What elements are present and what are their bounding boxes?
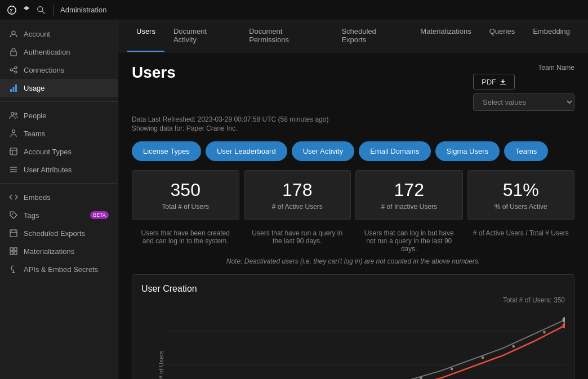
svg-point-50 (482, 356, 484, 359)
tab-navigation: Users Document Activity Document Permiss… (118, 20, 588, 52)
materializations-icon (9, 247, 18, 256)
download-icon (500, 79, 506, 86)
svg-rect-28 (10, 248, 13, 251)
chart-title: User Creation (141, 284, 565, 294)
svg-rect-35 (164, 309, 565, 379)
tab-queries[interactable]: Queries (480, 20, 524, 52)
chart-subtitle: Total # of Users: 350 (141, 296, 565, 304)
tab-document-activity[interactable]: Document Activity (164, 20, 240, 52)
svg-point-6 (10, 69, 12, 71)
chart-wrapper: # of Users 200 (141, 309, 565, 379)
svg-rect-13 (15, 84, 17, 92)
desc-active-users: Users that have run a query in the last … (244, 229, 351, 253)
pdf-button[interactable]: PDF (473, 74, 515, 90)
chart-container: # of Users 200 (164, 309, 565, 379)
sidebar-item-account[interactable]: Account (0, 25, 118, 43)
sidebar-item-account-label: Account (24, 30, 50, 38)
filter-btn-sigma-users[interactable]: Sigma Users (435, 141, 500, 161)
account-icon (9, 29, 18, 38)
api-icon (9, 265, 18, 274)
stat-inactive-users: 172 # of Inactive Users (355, 170, 463, 220)
topbar-logos: Σ (7, 5, 46, 15)
title-section: Users (132, 64, 176, 82)
content-header: Users Team Name PDF Select values (132, 64, 574, 111)
sidebar-item-apis-label: APIs & Embed Secrets (24, 265, 98, 274)
sidebar-item-connections-label: Connections (24, 66, 64, 74)
main-content: Users Document Activity Document Permiss… (118, 20, 588, 379)
lock-icon (9, 47, 18, 56)
filter-btn-teams[interactable]: Teams (504, 141, 548, 161)
sidebar-item-teams-label: Teams (24, 130, 45, 138)
people-icon (9, 111, 18, 120)
svg-point-8 (15, 71, 17, 73)
svg-rect-17 (10, 148, 17, 155)
stats-row: 350 Total # of Users 178 # of Active Use… (132, 170, 574, 220)
showing-data: Showing data for: Paper Crane Inc. (132, 124, 574, 132)
sidebar-item-user-attributes-label: User Attributes (24, 166, 72, 174)
sidebar-divider-2 (0, 183, 118, 184)
sidebar-item-tags[interactable]: Tags BETA (0, 206, 118, 224)
last-refreshed: Data Last Refreshed: 2023-03-29 00:07:58… (132, 115, 574, 123)
topbar: Σ Administration (0, 0, 588, 20)
teams-icon (9, 129, 18, 138)
topbar-divider (53, 5, 54, 16)
search-icon[interactable] (36, 5, 46, 15)
sidebar-item-embeds[interactable]: Embeds (0, 188, 118, 206)
sidebar-item-apis[interactable]: APIs & Embed Secrets (0, 260, 118, 278)
sidebar-item-authentication-label: Authentication (24, 48, 70, 56)
sidebar-item-materializations-label: Materializations (24, 247, 74, 256)
tags-icon (9, 211, 18, 220)
sidebar-item-scheduled-exports-label: Scheduled Exports (24, 229, 85, 238)
team-name-dropdown-wrapper: Select values (473, 93, 574, 111)
svg-rect-24 (10, 230, 17, 237)
pdf-label: PDF (482, 78, 496, 86)
chart-section: User Creation Total # of Users: 350 # of… (132, 274, 574, 379)
svg-point-15 (15, 113, 17, 115)
desc-row: Users that have been created and can log… (132, 229, 574, 253)
stat-users-active-pct: 51% % of Users Active (467, 170, 575, 220)
stat-total-users-label: Total # of Users (141, 203, 230, 211)
tab-materializations[interactable]: Materializations (411, 20, 480, 52)
svg-line-10 (12, 70, 15, 72)
stat-active-users: 178 # of Active Users (244, 170, 351, 220)
sidebar-item-usage[interactable]: Usage (0, 79, 118, 97)
sidebar-item-scheduled-exports[interactable]: Scheduled Exports (0, 224, 118, 242)
tab-document-permissions[interactable]: Document Permissions (240, 20, 332, 52)
filter-btn-license-types[interactable]: License Types (132, 141, 201, 161)
sidebar-item-materializations[interactable]: Materializations (0, 242, 118, 260)
tab-embedding[interactable]: Embedding (524, 20, 579, 52)
svg-line-3 (42, 11, 45, 14)
sidebar-item-account-types[interactable]: Account Types (0, 142, 118, 160)
team-name-section: Team Name PDF Select values (473, 64, 574, 111)
sidebar-item-authentication[interactable]: Authentication (0, 43, 118, 61)
embeds-icon (9, 193, 18, 202)
svg-rect-11 (10, 89, 12, 92)
sidebar-item-usage-label: Usage (24, 84, 45, 92)
stat-active-users-label: # of Active Users (253, 203, 342, 211)
sidebar-item-connections[interactable]: Connections (0, 61, 118, 79)
filter-btn-user-leaderboard[interactable]: User Leaderboard (206, 141, 287, 161)
sidebar-item-account-types-label: Account Types (24, 148, 72, 156)
svg-point-4 (12, 31, 15, 34)
account-types-icon (9, 147, 18, 156)
main-layout: Account Authentication Connections Usage (0, 20, 588, 379)
svg-text:Σ: Σ (10, 7, 13, 13)
filter-btn-email-domains[interactable]: Email Domains (359, 141, 430, 161)
filter-btn-user-activity[interactable]: User Activity (292, 141, 355, 161)
stat-inactive-users-number: 172 (365, 180, 453, 200)
desc-inactive-users: Users that can log in but have not run a… (355, 229, 463, 253)
page-title: Users (132, 64, 176, 82)
sidebar-item-teams[interactable]: Teams (0, 124, 118, 142)
team-name-select[interactable]: Select values (473, 93, 574, 111)
svg-line-9 (12, 68, 15, 69)
sidebar-item-people[interactable]: People (0, 106, 118, 124)
tab-users[interactable]: Users (127, 20, 164, 52)
tab-scheduled-exports[interactable]: Scheduled Exports (332, 20, 411, 52)
stat-users-active-pct-label: % of Users Active (477, 203, 565, 211)
svg-rect-5 (11, 51, 16, 56)
sidebar-item-people-label: People (24, 112, 46, 120)
chart-y-label: # of Users (158, 351, 164, 379)
stat-users-active-pct-number: 51% (477, 180, 565, 200)
sidebar-item-user-attributes[interactable]: User Attributes (0, 160, 118, 179)
sidebar-divider-1 (0, 101, 118, 102)
